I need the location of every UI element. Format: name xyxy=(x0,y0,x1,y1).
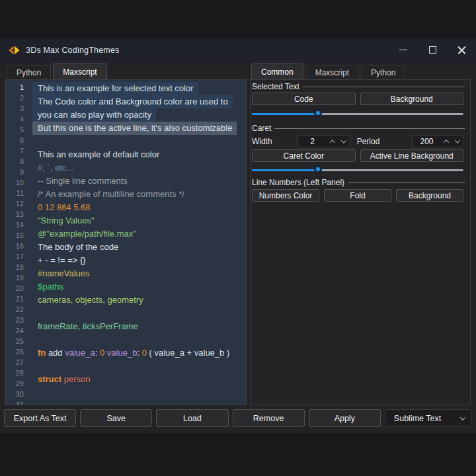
line-number: 14 xyxy=(6,219,32,230)
line-number: 5 xyxy=(6,124,32,135)
slider-thumb[interactable] xyxy=(315,110,321,116)
load-button[interactable]: Load xyxy=(156,409,228,427)
code-segment-default: : xyxy=(95,348,100,358)
chevron-down-icon xyxy=(341,138,346,143)
caret-caret-color-button[interactable]: Caret Color xyxy=(252,149,356,162)
caret-settings-row: Width 2 Period 200 xyxy=(252,135,463,147)
line-number: 20 xyxy=(6,283,32,294)
caret-period-value[interactable]: 200 xyxy=(413,137,440,146)
save-button[interactable]: Save xyxy=(80,409,152,427)
line-number: 31 xyxy=(6,399,32,405)
editor-tab-python[interactable]: Python xyxy=(7,65,51,79)
code-segment-number: 0 12 864 5.68 xyxy=(38,202,91,212)
theme-dropdown-value: Sublime Text xyxy=(394,414,461,423)
code-preview: This is an example for selected text col… xyxy=(32,82,246,399)
chevron-up-icon xyxy=(330,139,335,145)
chevron-down-icon xyxy=(454,138,459,143)
caret-width-increase-button[interactable] xyxy=(327,136,338,147)
apply-button[interactable]: Apply xyxy=(309,409,381,427)
line-number: 28 xyxy=(6,368,32,378)
code-line: The Code color and Background color are … xyxy=(32,95,233,108)
caret-period-label: Period xyxy=(357,137,380,146)
caret-period-spinner: 200 xyxy=(413,136,463,147)
line-numbers-background-button[interactable]: Background xyxy=(396,189,463,202)
code-segment-default: ( value_a + value_b ) xyxy=(147,348,229,358)
minimize-button[interactable] xyxy=(389,38,418,61)
caret-period-increase-button[interactable] xyxy=(440,136,452,147)
code-segment-struct_name: person xyxy=(61,374,90,384)
line-number: 18 xyxy=(6,262,32,272)
code-line xyxy=(32,333,45,346)
line-number: 29 xyxy=(6,378,32,389)
line-number: 4 xyxy=(6,114,32,124)
desktop-background: { "colors": { "accent": "#1f8fe8", "edit… xyxy=(0,0,476,476)
line-numbers-numbers-color-button[interactable]: Numbers Color xyxy=(252,189,319,202)
settings-tab-maxscript[interactable]: Maxscript xyxy=(305,65,359,79)
line-number: 17 xyxy=(6,251,32,262)
footer-button-bar: Export As TextSaveLoadRemoveApply Sublim… xyxy=(0,409,476,427)
code-line: 0 12 864 5.68 xyxy=(32,201,95,214)
caret-width-decrease-button[interactable] xyxy=(338,136,350,147)
code-line: The body of the code xyxy=(32,241,123,254)
chevron-up-icon xyxy=(443,139,448,145)
caret-opacity-slider[interactable] xyxy=(252,165,463,175)
slider-thumb[interactable] xyxy=(315,166,321,173)
line-number: 25 xyxy=(6,336,32,346)
code-line: #nameValues xyxy=(32,267,95,280)
code-line: @"example/path/file.max" xyxy=(32,227,141,241)
close-button[interactable] xyxy=(447,38,476,61)
caret-width-spinner: 2 xyxy=(298,136,350,147)
settings-tab-bar: CommonMaxscriptPython xyxy=(251,63,405,79)
code-segment-number: 0 xyxy=(142,348,147,358)
line-number: 22 xyxy=(6,304,32,315)
code-line xyxy=(32,386,45,399)
export-as-text-button[interactable]: Export As Text xyxy=(4,409,76,427)
code-segment-default: This is an example for selected text col… xyxy=(38,83,194,93)
code-segment-path_literal: $paths xyxy=(38,282,63,292)
window-title: 3Ds Max CodingThemes xyxy=(26,46,120,55)
window-controls xyxy=(389,38,476,61)
code-editor[interactable]: 1234567891011121314151617181920212223242… xyxy=(5,79,247,405)
code-segment-keyword: fn xyxy=(38,348,46,358)
code-segment-default: The Code color and Background color are … xyxy=(38,97,228,106)
line-number: 12 xyxy=(6,198,32,209)
settings-tab-common[interactable]: Common xyxy=(251,63,303,79)
line-number: 15 xyxy=(6,230,32,241)
line-number: 2 xyxy=(6,93,32,103)
maximize-button[interactable] xyxy=(418,38,447,61)
theme-dropdown[interactable]: Sublime Text xyxy=(385,409,472,427)
code-segment-param: value_b xyxy=(107,348,138,358)
selected-text-group-label: Selected Text xyxy=(252,82,299,91)
remove-button[interactable]: Remove xyxy=(233,409,305,427)
line-number: 10 xyxy=(6,177,32,188)
line-numbers-fold-button[interactable]: Fold xyxy=(324,189,391,202)
line-number: 26 xyxy=(6,346,32,357)
app-icon xyxy=(9,45,20,56)
line-numbers-buttons-row: Numbers ColorFoldBackground xyxy=(252,189,463,202)
code-segment-dim_blue: #, `, etc... xyxy=(38,163,73,173)
code-segment-default: This an example of default color xyxy=(38,149,159,159)
code-segment-name_literal: #nameValues xyxy=(38,268,90,278)
selected-text-opacity-slider[interactable] xyxy=(252,109,463,119)
chevron-down-icon xyxy=(460,415,465,420)
code-line: cameras, objects, geometry xyxy=(32,294,148,307)
caret-group-header: Caret xyxy=(252,124,465,133)
selected-text-code-button[interactable]: Code xyxy=(252,93,356,105)
code-line: "String Values" xyxy=(32,214,99,227)
caret-active-line-background-button[interactable]: Active Line Background xyxy=(360,149,464,162)
caret-width-value[interactable]: 2 xyxy=(298,137,327,146)
code-line: + - = != => {} xyxy=(32,254,91,267)
editor-tab-maxscript[interactable]: Maxscript xyxy=(53,63,106,79)
line-number: 30 xyxy=(6,389,32,399)
caret-buttons-row: Caret ColorActive Line Background xyxy=(252,149,463,162)
caret-period-decrease-button[interactable] xyxy=(452,136,463,147)
selected-text-group-header: Selected Text xyxy=(252,82,465,91)
code-segment-default: + - = != => {} xyxy=(38,255,86,265)
code-segment-keyword: struct xyxy=(38,374,61,384)
selected-text-background-button[interactable]: Background xyxy=(360,93,464,105)
code-segment-default: The body of the code xyxy=(38,242,118,252)
group-rule xyxy=(303,87,465,87)
code-line: $paths xyxy=(32,280,68,294)
line-number: 16 xyxy=(6,241,32,251)
settings-tab-python[interactable]: Python xyxy=(361,65,405,79)
